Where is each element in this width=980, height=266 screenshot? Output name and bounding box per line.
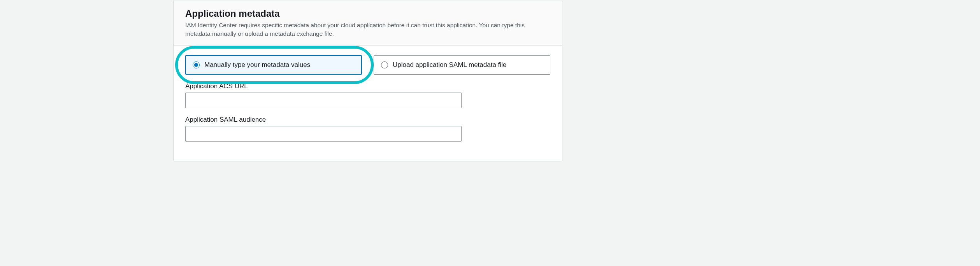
option-manual-label: Manually type your metadata values — [204, 61, 310, 69]
acs-url-label: Application ACS URL — [185, 82, 550, 90]
saml-audience-group: Application SAML audience — [185, 116, 550, 142]
panel-description: IAM Identity Center requires specific me… — [185, 21, 550, 38]
application-metadata-panel: Application metadata IAM Identity Center… — [173, 0, 562, 161]
option-upload-label: Upload application SAML metadata file — [393, 61, 506, 69]
panel-title: Application metadata — [185, 8, 550, 19]
radio-icon — [193, 61, 200, 68]
metadata-options-row: Manually type your metadata values Uploa… — [185, 55, 550, 75]
option-manual-metadata[interactable]: Manually type your metadata values — [185, 55, 362, 75]
saml-audience-input[interactable] — [185, 126, 462, 142]
acs-url-group: Application ACS URL — [185, 82, 550, 108]
radio-icon — [381, 61, 388, 68]
panel-header: Application metadata IAM Identity Center… — [174, 0, 562, 46]
radio-dot-icon — [194, 63, 198, 67]
acs-url-input[interactable] — [185, 93, 462, 108]
option-upload-metadata[interactable]: Upload application SAML metadata file — [374, 55, 550, 75]
saml-audience-label: Application SAML audience — [185, 116, 550, 124]
panel-body: Manually type your metadata values Uploa… — [174, 46, 562, 161]
